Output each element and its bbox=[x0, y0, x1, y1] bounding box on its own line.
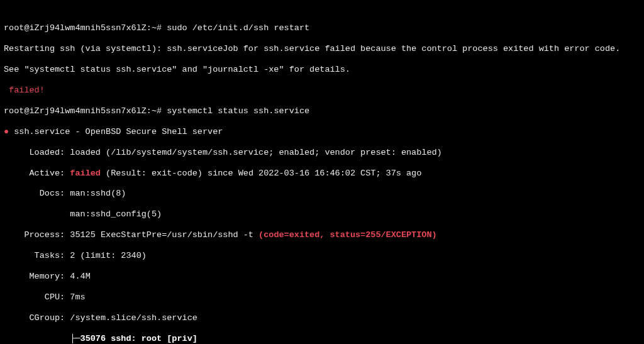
memory-line: Memory: 4.4M bbox=[4, 272, 640, 282]
docs-line: Docs: man:sshd(8) bbox=[4, 189, 640, 199]
command-text: systemctl status ssh.service bbox=[167, 106, 309, 116]
command-text: sudo /etc/init.d/ssh restart bbox=[167, 23, 309, 33]
service-header: ● ssh.service - OpenBSD Secure Shell ser… bbox=[4, 127, 640, 137]
prompt-line-2: root@iZrj94lwm4mnih5ssn7x6lZ:~# systemct… bbox=[4, 106, 640, 116]
tasks-line: Tasks: 2 (limit: 2340) bbox=[4, 251, 640, 261]
loaded-line: Loaded: loaded (/lib/systemd/system/ssh.… bbox=[4, 148, 640, 158]
output-line: See "systemctl status ssh.service" and "… bbox=[4, 65, 640, 75]
cgroup-line: CGroup: /system.slice/ssh.service bbox=[4, 313, 640, 323]
prompt-line-1: root@iZrj94lwm4mnih5ssn7x6lZ:~# sudo /et… bbox=[4, 23, 640, 33]
service-title: ssh.service - OpenBSD Secure Shell serve… bbox=[14, 127, 223, 136]
active-failed: failed bbox=[70, 169, 101, 178]
output-line: Restarting ssh (via systemctl): ssh.serv… bbox=[4, 44, 640, 54]
process-status: (code=exited, status=255/EXCEPTION) bbox=[258, 230, 437, 240]
cpu-line: CPU: 7ms bbox=[4, 292, 640, 302]
status-dot-icon: ● bbox=[4, 127, 14, 136]
process-line: Process: 35125 ExecStartPre=/usr/sbin/ss… bbox=[4, 230, 640, 240]
docs-line: man:sshd_config(5) bbox=[4, 209, 640, 219]
terminal-output[interactable]: root@iZrj94lwm4mnih5ssn7x6lZ:~# sudo /et… bbox=[0, 0, 644, 344]
prompt: root@iZrj94lwm4mnih5ssn7x6lZ:~# bbox=[4, 23, 167, 33]
active-line: Active: failed (Result: exit-code) since… bbox=[4, 169, 640, 179]
process-pre: Process: 35125 ExecStartPre=/usr/sbin/ss… bbox=[4, 230, 258, 240]
active-label: Active: bbox=[4, 169, 70, 178]
cgroup-tree: ├─35076 sshd: root [priv] bbox=[4, 334, 640, 344]
active-rest: (Result: exit-code) since Wed 2022-03-16… bbox=[101, 169, 421, 178]
prompt: root@iZrj94lwm4mnih5ssn7x6lZ:~# bbox=[4, 106, 167, 116]
failed-word: failed! bbox=[4, 86, 45, 95]
